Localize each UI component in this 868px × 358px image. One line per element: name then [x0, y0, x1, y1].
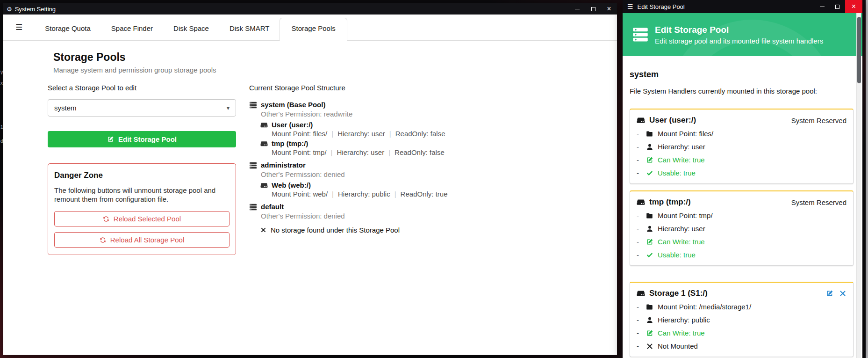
- tab-list: Storage QuotaSpace FinderDisk SpaceDisk …: [35, 15, 347, 40]
- maximize-button[interactable]: [830, 0, 845, 13]
- gear-icon: ⚙: [7, 6, 12, 12]
- structure-label: Current Storage Pool Structure: [249, 84, 595, 92]
- dash: -: [637, 225, 639, 233]
- close-button[interactable]: ×: [845, 0, 862, 13]
- maximize-icon: [835, 5, 839, 9]
- drive-icon: [637, 289, 645, 298]
- system-setting-window: ⚙ System Setting × ☰ Storage QuotaSpace …: [3, 3, 617, 355]
- separator: |: [331, 130, 333, 138]
- danger-zone-description: The following buttons will unmount stora…: [54, 186, 230, 204]
- minimize-button[interactable]: [814, 0, 830, 13]
- button-label: Reload All Storage Pool: [110, 236, 184, 244]
- window-title: Edit Storage Pool: [638, 3, 685, 10]
- storage-name: User (user:/): [272, 121, 313, 129]
- server-icon: [249, 101, 257, 109]
- close-button[interactable]: ×: [601, 3, 617, 15]
- minimize-icon: [575, 9, 580, 9]
- storage-detail: Mount Point: files/: [272, 130, 327, 138]
- storage-pool-item: administratorOther's Permission: deniedW…: [249, 161, 595, 198]
- card-header: Storage 1 (S1:/): [637, 289, 846, 298]
- button-label: Reload Selected Pool: [114, 215, 181, 223]
- maximize-button[interactable]: [585, 3, 601, 15]
- dash: -: [637, 212, 639, 220]
- storage-detail: Hierarchy: public: [338, 190, 390, 198]
- danger-zone: Danger Zone The following buttons will u…: [48, 163, 236, 255]
- pool-name: default: [261, 203, 284, 211]
- fs-handler-cards: User (user:/)System Reserved-Mount Point…: [630, 109, 854, 357]
- reload-all-storage-pool-button[interactable]: Reload All Storage Pool: [54, 232, 230, 248]
- handler-name: User (user:/): [649, 116, 696, 125]
- storage-pool-select[interactable]: system ▾: [48, 99, 236, 117]
- reload-selected-pool-button[interactable]: Reload Selected Pool: [54, 211, 230, 226]
- pool-permission: Other's Permission: readwrite: [261, 110, 595, 118]
- property-text: Usable: true: [658, 169, 696, 177]
- scrollbar[interactable]: [856, 13, 861, 358]
- empty-pool-row: No storage found under this Storage Pool: [260, 226, 595, 234]
- dash: -: [637, 303, 639, 311]
- card-header-right: System Reserved: [791, 117, 846, 124]
- edit-storage-pool-titlebar[interactable]: ☰ Edit Storage Pool ×: [623, 0, 862, 13]
- property-text: Mount Point: files/: [658, 130, 713, 138]
- property-text: Mount Point: /media/storage1/: [658, 303, 751, 311]
- separator: |: [388, 148, 390, 156]
- check-icon: [646, 251, 653, 259]
- storage-details: Mount Point: web/|Hierarchy: public|Read…: [272, 190, 595, 198]
- empty-pool-label: No storage found under this Storage Pool: [271, 226, 400, 234]
- separator: |: [395, 190, 396, 198]
- property-row: -Usable: true: [637, 251, 846, 259]
- property-text: Mount Point: tmp/: [658, 212, 713, 220]
- edit-icon: [646, 156, 653, 164]
- separator: |: [332, 190, 334, 198]
- pool-name-row: administrator: [249, 161, 595, 169]
- desktop-icon-label-fragment: d: [0, 139, 3, 144]
- property-row: -Can Write: true: [637, 238, 846, 246]
- edit-storage-pool-button[interactable]: Edit Storage Pool: [48, 131, 236, 147]
- edit-storage-pool-button-label: Edit Storage Pool: [118, 135, 177, 143]
- tab-storage-pools[interactable]: Storage Pools: [280, 18, 347, 41]
- drive-icon: [637, 116, 645, 124]
- pool-name: system (Base Pool): [261, 101, 325, 109]
- card-header-right: System Reserved: [791, 198, 846, 206]
- storage-detail: Mount Point: web/: [272, 190, 328, 198]
- dash: -: [637, 238, 639, 246]
- tab-space-finder[interactable]: Space Finder: [101, 24, 163, 40]
- edit-icon: [646, 329, 653, 337]
- handler-name: tmp (tmp:/): [649, 197, 691, 207]
- property-row: -Not Mounted: [637, 342, 846, 351]
- selected-pool-value: system: [54, 104, 77, 112]
- scrollbar-thumb[interactable]: [857, 17, 861, 83]
- handler-name: Storage 1 (S1:/): [649, 289, 708, 298]
- storage-detail: ReadOnly: false: [395, 130, 445, 138]
- property-row: -Mount Point: /media/storage1/: [637, 303, 846, 311]
- mounted-storage-item: Web (web:/)Mount Point: web/|Hierarchy: …: [260, 181, 595, 198]
- user-icon: [646, 316, 653, 324]
- storage-pool-item: defaultOther's Permission: deniedNo stor…: [249, 203, 595, 234]
- check-icon: [646, 169, 653, 177]
- system-setting-titlebar[interactable]: ⚙ System Setting ×: [3, 3, 617, 15]
- sync-icon: [103, 216, 109, 222]
- folder-icon: [646, 212, 653, 219]
- dash: -: [637, 169, 639, 177]
- property-row: -Usable: true: [637, 169, 846, 177]
- tab-storage-quota[interactable]: Storage Quota: [35, 24, 101, 40]
- page-header: Storage Pools Manage system and permissi…: [53, 51, 216, 74]
- pool-name-row: system (Base Pool): [249, 101, 595, 109]
- fs-handler-card: User (user:/)System Reserved-Mount Point…: [630, 109, 854, 184]
- menu-icon[interactable]: ☰: [15, 22, 22, 32]
- edit-handler-button[interactable]: [826, 290, 833, 297]
- tab-disk-space[interactable]: Disk Space: [163, 24, 219, 40]
- dash: -: [637, 329, 639, 337]
- minimize-button[interactable]: [569, 3, 585, 15]
- banner-text: Edit Storage Pool Edit storage pool and …: [655, 25, 823, 45]
- property-text: Hierarchy: user: [658, 225, 705, 233]
- remove-handler-button[interactable]: [839, 290, 846, 297]
- property-row: -Hierarchy: public: [637, 316, 846, 324]
- property-text: Hierarchy: user: [658, 143, 705, 151]
- close-icon: ×: [852, 3, 856, 10]
- dash: -: [637, 130, 639, 138]
- tab-disk-smart[interactable]: Disk SMART: [219, 24, 280, 40]
- desktop-right-edge: [866, 0, 868, 358]
- property-text: Hierarchy: public: [658, 316, 710, 324]
- window-controls: ×: [814, 0, 862, 13]
- storage-name-row: tmp (tmp:/): [260, 139, 595, 148]
